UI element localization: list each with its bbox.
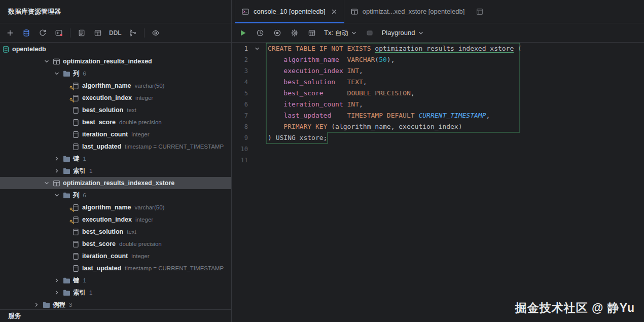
chevron-spacer [62,94,70,102]
tree-item-col-best_score-2[interactable]: best_scoredouble precision [0,238,231,250]
tx-dropdown[interactable]: Tx: 自动 [324,28,357,38]
chevron-right-icon[interactable] [53,155,61,163]
fold-chevron-icon[interactable] [248,46,266,52]
chevron-down-icon[interactable] [43,57,51,65]
table-icon[interactable] [93,28,103,38]
tree-item-col-last_updated-1[interactable]: last_updatedtimestamp = CURRENT_TIMESTAM… [0,140,231,153]
chevron-spacer [62,252,70,260]
code-line-7: last_updated TIMESTAMP DEFAULT CURRENT_T… [268,110,644,121]
chevron-right-icon[interactable] [32,301,41,309]
code-token: VARCHAR [347,56,375,63]
editor-content: CREATE TABLE IF NOT EXISTS optimization_… [266,43,644,322]
tree-item-meta: 1 [89,290,92,296]
chevron-right-icon[interactable] [53,167,61,175]
chevron-down-icon[interactable] [43,179,51,187]
folder-icon [62,191,71,199]
tree-item-columns-folder-1[interactable]: 列6 [0,67,231,80]
table-view-icon[interactable] [307,28,317,38]
tree-item-label: best_score [82,119,116,126]
editor-gutter: 1234567891011 [232,43,266,322]
code-token: best_solution [283,78,335,86]
tree-item-col-execution_index-1[interactable]: execution_indexinteger [0,92,231,104]
gutter-line: 1 [232,43,266,54]
tree-item-col-last_updated-2[interactable]: last_updatedtimestamp = CURRENT_TIMESTAM… [0,262,231,274]
code-token: INT [347,67,359,75]
gutter-line: 10 [232,144,266,155]
chevron-right-icon[interactable] [53,276,61,284]
tab-strip: console_10 [openteledb]optimizat...xed_x… [235,0,471,23]
file-icon[interactable] [77,28,87,38]
close-icon[interactable] [331,8,338,15]
chevron-right-icon[interactable] [53,289,61,297]
tree-item-label: 例程 [53,301,65,309]
tree-item-col-iteration_count-1[interactable]: iteration_countinteger [0,128,231,140]
tab-xstore-table[interactable]: optimizat...xed_xstore [openteledb] [344,0,471,23]
tree-item-col-algorithm_name-2[interactable]: algorithm_namevarchar(50) [0,201,231,213]
code-token [268,78,283,86]
tree-item-col-execution_index-2[interactable]: execution_indexinteger [0,213,231,226]
fork-icon[interactable] [128,28,138,38]
tree-item-table-optimization_results_indexed_xstore[interactable]: optimization_results_indexed_xstore [0,177,231,189]
tree-item-col-iteration_count-2[interactable]: iteration_countinteger [0,250,231,262]
tree-item-keys-folder-1[interactable]: 键1 [0,153,231,165]
column-key-icon [71,216,80,224]
tree-item-meta: varchar(50) [135,83,165,89]
chevron-spacer [62,118,70,126]
add-icon[interactable] [5,28,15,38]
toolbar-separator [70,28,70,38]
playground-dropdown[interactable]: Playground [382,29,424,37]
tree-item-col-best_solution-2[interactable]: best_solutiontext [0,226,231,238]
console-tab-icon [241,8,249,16]
code-token [268,100,283,108]
tree-item-col-best_solution-1[interactable]: best_solutiontext [0,104,231,116]
chevron-down-icon[interactable] [53,69,61,78]
folder-icon [42,301,51,309]
chevron-spacer [62,130,70,138]
tree-item-columns-folder-2[interactable]: 列6 [0,189,231,201]
sql-editor[interactable]: 1234567891011 CREATE TABLE IF NOT EXISTS… [232,43,644,322]
tree-item-label: algorithm_name [82,204,131,211]
run-icon[interactable] [238,28,248,38]
tab-label: optimizat...xed_xstore [openteledb] [363,8,465,15]
tree-item-meta: integer [131,253,149,259]
tree-item-indexes-folder-2[interactable]: 索引1 [0,287,231,299]
tree-item-col-algorithm_name-1[interactable]: algorithm_namevarchar(50) [0,80,231,92]
line-number: 9 [232,134,248,141]
tree-item-keys-folder-2[interactable]: 键1 [0,274,231,287]
tree-item-indexes-folder-1[interactable]: 索引1 [0,165,231,177]
stop-icon[interactable] [272,28,282,38]
history-icon[interactable] [255,28,265,38]
services-panel[interactable]: 服务 [0,309,231,322]
code-token: , [411,89,415,97]
services-label: 服务 [8,311,21,320]
tree-item-meta: 1 [89,168,92,174]
jump-to-console-icon[interactable] [54,28,64,38]
datasource-icon[interactable] [21,28,31,38]
line-number: 2 [232,56,248,63]
tree-item-openteledb[interactable]: openteledb [0,43,231,55]
code-token: ), [387,56,395,63]
sidebar-toolbar: DDL [0,23,231,43]
settings-icon[interactable] [290,28,300,38]
tree-item-table-optimization_results_indexed[interactable]: optimization_results_indexed [0,55,231,67]
eye-icon[interactable] [151,28,161,38]
chevron-down-icon [417,29,424,36]
refresh-icon[interactable] [38,28,48,38]
output-icon[interactable] [365,28,375,38]
ddl-button[interactable]: DDL [109,29,122,37]
db-icon [1,45,10,53]
gutter-line: 6 [232,99,266,110]
code-token: TIMESTAMP DEFAULT [347,112,419,119]
code-token: , [363,78,367,86]
tree-item-routines-folder[interactable]: 例程3 [0,299,231,309]
folder-icon [62,69,71,78]
tree-item-col-best_score-1[interactable]: best_scoredouble precision [0,116,231,128]
tab-list-icon[interactable] [475,7,485,17]
tree-item-label: openteledb [12,46,46,53]
code-token [339,56,347,63]
line-number: 1 [232,45,248,52]
folder-icon [62,167,71,175]
chevron-down-icon[interactable] [53,191,61,199]
tab-console_10[interactable]: console_10 [openteledb] [235,0,344,23]
code-token: PRIMARY KEY [283,123,327,130]
